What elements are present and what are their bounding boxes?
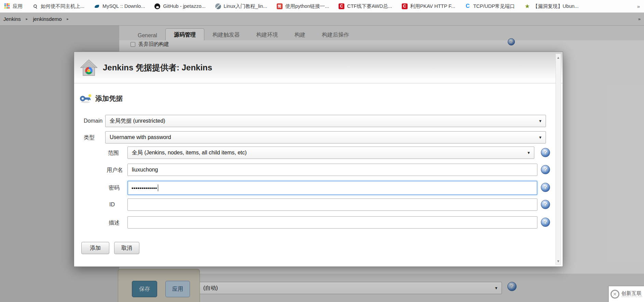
bookmark-label: 利用PKAV HTTP F...	[410, 3, 455, 10]
scope-select[interactable]: 全局 (Jenkins, nodes, items, all child ite…	[127, 147, 534, 159]
bookmark-item[interactable]: Linux入门教程_lin...	[215, 3, 267, 10]
credentials-dialog: Jenkins 凭据提供者: Jenkins 添加凭据 Domain 全局凭据 …	[74, 52, 563, 267]
chevron-down-icon: ▼	[538, 119, 542, 123]
password-label: 密码	[109, 184, 120, 192]
bookmark-label: 如何使不同主机上...	[41, 3, 84, 10]
cancel-button[interactable]: 取消	[114, 242, 139, 254]
scope-select-value: 全局 (Jenkins, nodes, items, all child ite…	[132, 149, 247, 156]
username-label: 用户名	[107, 167, 123, 174]
bookmark-label: Linux入门教程_lin...	[224, 3, 267, 10]
help-icon[interactable]: ?	[541, 165, 550, 174]
username-input[interactable]	[127, 164, 537, 176]
bookmark-item[interactable]: MySQL :: Downlo...	[94, 3, 145, 9]
scope-label: 范围	[108, 150, 119, 157]
type-select-value: Username with password	[110, 134, 171, 140]
help-icon[interactable]: ?	[541, 183, 550, 192]
type-label: 类型	[84, 134, 95, 141]
chevron-down-icon: ▼	[538, 135, 542, 139]
apps-grid-icon	[4, 3, 10, 9]
help-icon[interactable]: ?	[541, 218, 550, 227]
bookmark-label: 使用python链接一...	[285, 3, 329, 10]
bookmark-label: MySQL :: Downlo...	[102, 3, 145, 9]
bookmark-item[interactable]: C TCP/UDP常见端口	[465, 3, 515, 10]
watermark-subtext: CHUANG XIN HU LIAN	[621, 296, 643, 298]
help-icon[interactable]: ?	[541, 200, 550, 209]
chevron-down-icon: ▼	[527, 151, 531, 155]
description-label: 描述	[109, 219, 120, 226]
scroll-up-icon[interactable]: ▲	[556, 55, 561, 60]
bookmark-label: TCP/UDP常见端口	[473, 3, 515, 10]
type-select[interactable]: Username with password ▼	[105, 131, 546, 143]
dialog-scrollbar[interactable]: ▲ ▼	[556, 54, 561, 265]
jianshu-icon: 简	[277, 3, 283, 9]
bookmark-item[interactable]: GitHub - jpetazzo...	[154, 3, 205, 9]
mysql-dolphin-icon	[94, 3, 100, 9]
bookmark-item[interactable]: C 利用PKAV HTTP F...	[402, 3, 455, 10]
dialog-header: Jenkins 凭据提供者: Jenkins	[74, 52, 563, 83]
bookmark-item[interactable]: 如何使不同主机上...	[32, 3, 84, 10]
domain-select-value: 全局凭据 (unrestricted)	[110, 118, 165, 125]
bookmarks-bar: 应用 如何使不同主机上... MySQL :: Downlo... GitHub…	[0, 0, 644, 13]
bookmark-label: 【漏洞复现】Ubun...	[533, 3, 579, 10]
bookmark-label: CTF线下赛AWD总...	[347, 3, 392, 10]
id-input[interactable]	[127, 198, 537, 211]
key-icon	[80, 94, 92, 103]
watermark-logo-icon: ✕	[611, 290, 619, 299]
bookmarks-overflow-chevron-icon[interactable]: »	[637, 3, 640, 9]
password-masked-value: •••••••••••••	[132, 185, 157, 191]
csdn-icon: C	[402, 3, 408, 9]
watermark: ✕ 创新互联 CHUANG XIN HU LIAN	[609, 286, 644, 302]
github-icon	[154, 3, 160, 9]
bookmark-item[interactable]: ★ 【漏洞复现】Ubun...	[524, 3, 579, 10]
globe-icon	[215, 3, 221, 9]
add-credentials-heading: 添加凭据	[80, 94, 123, 103]
bookmark-item[interactable]: C CTF线下赛AWD总...	[339, 3, 392, 10]
magnifier-icon	[32, 3, 38, 9]
bookmark-item[interactable]: 简 使用python链接一...	[277, 3, 329, 10]
add-button[interactable]: 添加	[81, 242, 109, 254]
help-icon[interactable]: ?	[541, 148, 550, 157]
add-credentials-title: 添加凭据	[95, 94, 123, 103]
id-label: ID	[109, 202, 115, 208]
dialog-title: Jenkins 凭据提供者: Jenkins	[103, 62, 212, 73]
scroll-down-icon[interactable]: ▼	[556, 258, 561, 264]
apps-label: 应用	[13, 3, 23, 10]
description-input[interactable]	[127, 216, 537, 229]
password-input[interactable]: •••••••••••••	[127, 181, 537, 195]
watermark-name: 创新互联	[621, 291, 643, 296]
csdn-icon: C	[339, 3, 344, 9]
domain-label: Domain	[84, 118, 102, 124]
apps-menu[interactable]: 应用	[4, 3, 23, 10]
credentials-store-house-icon	[80, 58, 98, 77]
c-blue-icon: C	[465, 3, 470, 9]
domain-select[interactable]: 全局凭据 (unrestricted) ▼	[105, 115, 546, 127]
bookmark-label: GitHub - jpetazzo...	[163, 3, 205, 9]
text-caret	[158, 184, 158, 191]
star-icon: ★	[524, 3, 530, 9]
